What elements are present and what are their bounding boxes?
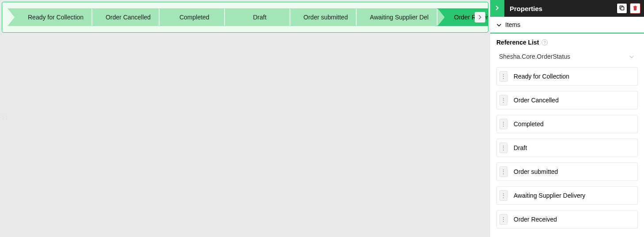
copy-button[interactable] — [617, 3, 627, 14]
list-item-label: Completed — [510, 120, 544, 128]
wizard-next-button[interactable] — [475, 12, 485, 23]
list-item-label: Order submitted — [510, 168, 558, 175]
list-item[interactable]: ⋮ Order submitted — [496, 162, 638, 181]
wizard-step-label: Ready for Collection — [28, 14, 84, 21]
section-items-header[interactable]: Items — [490, 17, 644, 34]
list-item[interactable]: ⋮ Ready for Collection — [496, 67, 638, 86]
section-label: Items — [505, 21, 520, 28]
wizard-step[interactable]: Ready for Collection — [8, 8, 92, 26]
wizard-steps: Ready for Collection Order Cancelled Com… — [2, 2, 488, 33]
list-item[interactable]: ⋮ Order Cancelled — [496, 91, 638, 109]
panel-body: Reference List ? Shesha.Core.OrderStatus… — [490, 34, 644, 237]
canvas-drag-handle-icon[interactable] — [1, 113, 4, 125]
chevron-down-icon — [629, 53, 634, 60]
reference-list-value: Shesha.Core.OrderStatus — [499, 53, 570, 60]
wizard-step-label: Draft — [253, 14, 267, 21]
drag-handle-icon[interactable]: ⋮ — [499, 190, 507, 201]
wizard-step[interactable]: Draft — [224, 8, 290, 26]
properties-header: Properties — [490, 0, 644, 17]
list-item[interactable]: ⋮ Draft — [496, 139, 638, 157]
copy-icon — [619, 5, 625, 12]
chevron-right-icon — [478, 15, 482, 20]
list-item[interactable]: ⋮ Order Received — [496, 210, 638, 229]
drag-handle-icon[interactable]: ⋮ — [499, 119, 507, 129]
delete-button[interactable] — [630, 3, 640, 14]
items-list: ⋮ Ready for Collection ⋮ Order Cancelled… — [496, 67, 638, 229]
drag-handle-icon[interactable]: ⋮ — [499, 95, 507, 105]
collapse-panel-button[interactable] — [490, 0, 504, 17]
list-item-label: Awaiting Supplier Delivery — [510, 192, 585, 199]
list-item-label: Order Cancelled — [510, 97, 559, 104]
list-item-label: Ready for Collection — [510, 73, 569, 80]
wizard-step-label: Order submitted — [304, 14, 348, 21]
canvas: Ready for Collection Order Cancelled Com… — [0, 0, 490, 237]
wizard-step-label: Awaiting Supplier Del — [370, 14, 429, 21]
drag-handle-icon[interactable]: ⋮ — [499, 166, 507, 177]
list-item[interactable]: ⋮ Awaiting Supplier Delivery — [496, 186, 638, 205]
wizard-step[interactable]: Awaiting Supplier Del — [356, 8, 438, 26]
help-icon[interactable]: ? — [541, 39, 548, 45]
trash-icon — [632, 5, 638, 12]
reference-list-label: Reference List ? — [496, 39, 638, 46]
wizard-step[interactable]: Order submitted — [290, 8, 357, 26]
drag-handle-icon[interactable]: ⋮ — [499, 214, 507, 225]
list-item-label: Order Received — [510, 216, 557, 223]
chevron-down-icon — [496, 21, 502, 28]
chevron-right-icon — [495, 5, 499, 12]
wizard-step-label: Order Cancelled — [106, 14, 151, 21]
list-item-label: Draft — [510, 144, 527, 151]
drag-handle-icon[interactable]: ⋮ — [499, 71, 507, 82]
wizard-step[interactable]: Order Cancelled — [91, 8, 160, 26]
properties-panel: Properties Items Reference List ? S — [490, 0, 644, 237]
wizard-step[interactable]: Completed — [159, 8, 225, 26]
properties-title: Properties — [504, 5, 542, 12]
wizard-step-label: Completed — [179, 14, 210, 21]
svg-rect-0 — [621, 7, 624, 10]
drag-handle-icon[interactable]: ⋮ — [499, 143, 507, 153]
list-item[interactable]: ⋮ Completed — [496, 115, 638, 133]
reference-list-select[interactable]: Shesha.Core.OrderStatus — [496, 51, 638, 67]
